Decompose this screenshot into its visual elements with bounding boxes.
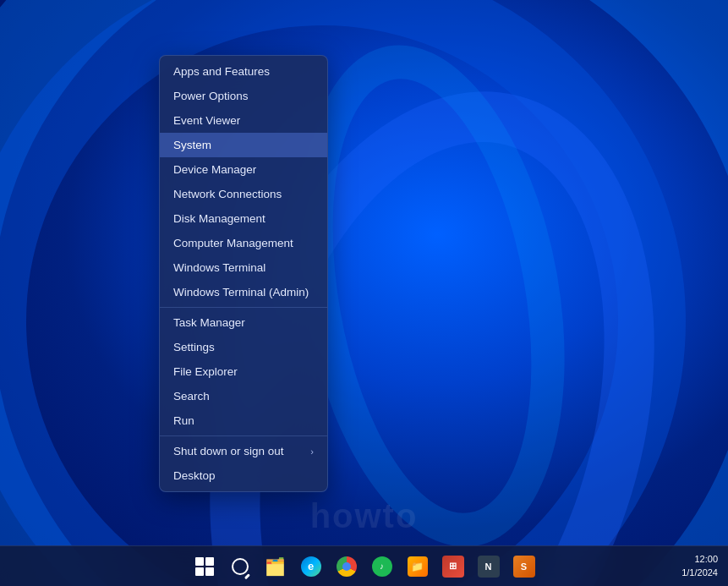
menu-item-file-explorer[interactable]: File Explorer	[160, 359, 327, 384]
menu-item-windows-terminal[interactable]: Windows Terminal	[160, 255, 327, 280]
taskbar-date-display: 1/1/2024	[681, 567, 718, 579]
folder-icon: 🗂️	[265, 556, 286, 577]
menu-item-label-device-manager: Device Manager	[173, 163, 256, 176]
menu-item-arrow-shut-down: ›	[310, 446, 314, 457]
taskbar-clock[interactable]: 12:00 1/1/2024	[681, 553, 718, 579]
taskbar-center: 🗂️ e ♪ 📁 ⊞ N	[188, 550, 541, 583]
menu-item-apps-features[interactable]: Apps and Features	[160, 59, 327, 84]
menu-item-desktop[interactable]: Desktop	[160, 463, 327, 488]
menu-item-label-windows-terminal-admin: Windows Terminal (Admin)	[173, 286, 309, 298]
menu-item-label-windows-terminal: Windows Terminal	[173, 261, 265, 274]
taskbar-search-button[interactable]	[223, 550, 257, 583]
taskbar-app3-button[interactable]: S	[507, 550, 541, 583]
edge-icon: e	[301, 556, 321, 577]
context-menu: Apps and FeaturesPower OptionsEvent View…	[159, 55, 328, 492]
menu-item-label-computer-management: Computer Management	[173, 237, 293, 249]
menu-item-label-search: Search	[173, 390, 210, 403]
menu-item-label-run: Run	[173, 414, 194, 427]
menu-separator-separator1	[160, 307, 327, 308]
taskbar-files-button[interactable]: 📁	[401, 550, 435, 583]
menu-item-disk-management[interactable]: Disk Management	[160, 206, 327, 231]
windows-logo-icon	[195, 557, 214, 576]
taskbar-file-explorer-button[interactable]: 🗂️	[259, 550, 293, 583]
app2-icon: N	[478, 556, 500, 578]
taskbar-time-display: 12:00	[681, 553, 718, 566]
taskbar-edge-button[interactable]: e	[294, 550, 328, 583]
menu-item-shut-down[interactable]: Shut down or sign out›	[160, 439, 327, 463]
menu-item-windows-terminal-admin[interactable]: Windows Terminal (Admin)	[160, 280, 327, 304]
menu-item-system[interactable]: System	[160, 133, 327, 157]
menu-item-label-settings: Settings	[173, 341, 215, 353]
menu-item-event-viewer[interactable]: Event Viewer	[160, 108, 327, 133]
menu-item-label-network-connections: Network Connections	[173, 188, 282, 200]
files-icon: 📁	[408, 556, 428, 577]
menu-item-network-connections[interactable]: Network Connections	[160, 182, 327, 206]
taskbar-right-area: 12:00 1/1/2024	[681, 553, 718, 579]
menu-item-label-file-explorer: File Explorer	[173, 365, 238, 378]
menu-item-label-task-manager: Task Manager	[173, 316, 245, 329]
taskbar-chrome-button[interactable]	[330, 550, 364, 583]
menu-item-label-shut-down: Shut down or sign out	[173, 445, 284, 457]
taskbar: 🗂️ e ♪ 📁 ⊞ N	[0, 545, 728, 586]
desktop-background	[0, 0, 728, 586]
menu-item-label-event-viewer: Event Viewer	[173, 114, 240, 127]
menu-separator-separator2	[160, 435, 327, 436]
menu-item-device-manager[interactable]: Device Manager	[160, 157, 327, 182]
app3-icon: S	[513, 556, 535, 578]
menu-item-label-desktop: Desktop	[173, 469, 216, 482]
menu-item-label-disk-management: Disk Management	[173, 212, 265, 225]
spotify-icon: ♪	[372, 556, 392, 577]
menu-item-power-options[interactable]: Power Options	[160, 84, 327, 108]
search-icon	[232, 558, 249, 575]
start-button[interactable]	[188, 550, 222, 583]
taskbar-app2-button[interactable]: N	[472, 550, 506, 583]
menu-item-label-apps-features: Apps and Features	[173, 65, 270, 78]
menu-item-task-manager[interactable]: Task Manager	[160, 310, 327, 335]
menu-item-computer-management[interactable]: Computer Management	[160, 231, 327, 255]
menu-item-label-system: System	[173, 139, 211, 151]
taskbar-app1-button[interactable]: ⊞	[436, 550, 470, 583]
menu-item-label-power-options: Power Options	[173, 90, 249, 102]
menu-item-settings[interactable]: Settings	[160, 335, 327, 359]
menu-item-run[interactable]: Run	[160, 408, 327, 433]
chrome-icon	[337, 556, 357, 577]
taskbar-spotify-button[interactable]: ♪	[365, 550, 399, 583]
menu-item-search[interactable]: Search	[160, 384, 327, 408]
app1-icon: ⊞	[442, 556, 464, 578]
